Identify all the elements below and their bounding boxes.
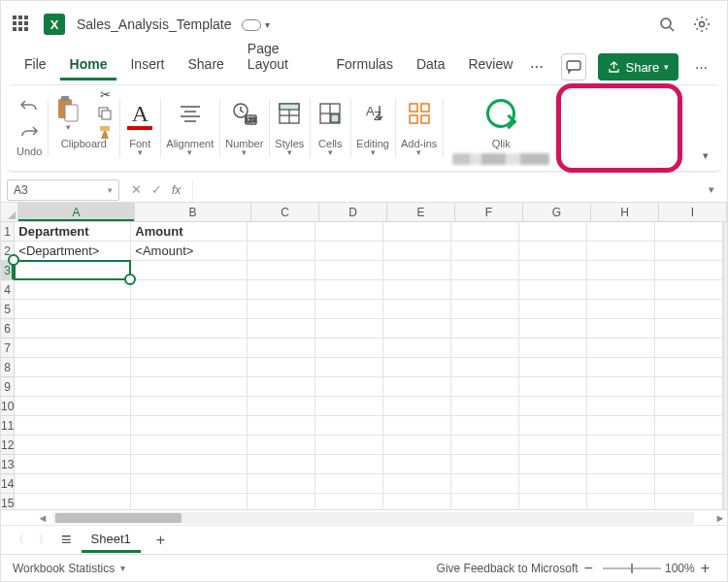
menu-more[interactable]: ⋯	[526, 53, 547, 81]
addins-menu-chevron[interactable]: ▾	[416, 147, 421, 157]
cell[interactable]	[519, 436, 587, 455]
col-header-h[interactable]: H	[591, 203, 659, 221]
cell[interactable]	[519, 242, 587, 261]
col-header-a[interactable]: A	[18, 203, 135, 221]
cell[interactable]	[519, 377, 587, 397]
copy-button[interactable]	[96, 106, 114, 121]
cell[interactable]	[451, 339, 519, 358]
saved-cloud-icon[interactable]	[242, 18, 259, 30]
formula-input[interactable]	[192, 179, 702, 201]
col-header-i[interactable]: I	[659, 203, 727, 221]
row-header[interactable]: 7	[1, 339, 14, 358]
cell[interactable]	[451, 436, 519, 455]
qlik-icon[interactable]	[486, 99, 515, 128]
cell[interactable]	[587, 436, 655, 455]
cell[interactable]	[131, 416, 248, 436]
cell[interactable]	[248, 280, 315, 300]
cell[interactable]	[655, 494, 723, 509]
cell-b2[interactable]: <Amount>	[131, 242, 248, 261]
cell[interactable]	[451, 397, 519, 416]
cell[interactable]	[655, 358, 723, 377]
cell[interactable]	[451, 416, 519, 436]
cell[interactable]	[131, 319, 248, 339]
cells-menu-chevron[interactable]: ▾	[328, 147, 333, 157]
stats-chevron[interactable]: ▾	[120, 563, 125, 573]
addins-button[interactable]	[405, 99, 434, 128]
cell[interactable]	[587, 416, 655, 436]
menu-data[interactable]: Data	[407, 50, 455, 81]
cell[interactable]	[315, 416, 383, 436]
cell[interactable]	[587, 339, 655, 358]
fx-icon[interactable]: fx	[172, 183, 181, 197]
col-header-f[interactable]: F	[455, 203, 523, 221]
cell[interactable]	[587, 358, 655, 377]
cell[interactable]	[315, 319, 383, 339]
cell[interactable]	[383, 319, 451, 339]
zoom-in-button[interactable]: +	[695, 560, 715, 577]
cell[interactable]	[655, 300, 723, 319]
cell[interactable]	[519, 397, 587, 416]
col-header-g[interactable]: G	[523, 203, 591, 221]
cell[interactable]	[131, 339, 248, 358]
ribbon-collapse-chevron[interactable]: ▾	[696, 146, 715, 165]
cell[interactable]	[383, 280, 451, 300]
sheet-next-button[interactable]: 〉	[36, 532, 51, 548]
cell[interactable]	[451, 319, 519, 339]
hscroll-right-arrow[interactable]: ►	[713, 512, 727, 524]
font-button[interactable]: A	[125, 99, 154, 128]
cell-b1[interactable]: Amount	[131, 222, 248, 242]
col-header-d[interactable]: D	[319, 203, 387, 221]
row-header[interactable]: 10	[1, 397, 14, 416]
cell[interactable]	[587, 242, 655, 261]
cell[interactable]	[131, 280, 248, 300]
cell[interactable]	[131, 358, 248, 377]
cell[interactable]	[248, 222, 315, 242]
comments-button[interactable]	[561, 53, 586, 81]
cell[interactable]	[519, 261, 587, 280]
cell[interactable]	[315, 455, 383, 474]
cell[interactable]	[248, 377, 315, 397]
cell[interactable]	[131, 261, 248, 280]
hscroll-left-arrow[interactable]: ◄	[36, 512, 50, 524]
cell[interactable]	[248, 300, 315, 319]
cell[interactable]	[248, 474, 315, 494]
cell[interactable]	[383, 242, 451, 261]
row-header[interactable]: 1	[1, 222, 14, 242]
share-button[interactable]: Share ▾	[598, 53, 678, 81]
cell[interactable]	[519, 416, 587, 436]
cell[interactable]	[383, 416, 451, 436]
cancel-formula-icon[interactable]: ✕	[131, 182, 142, 197]
menu-page-layout[interactable]: Page Layout	[238, 35, 323, 81]
number-button[interactable]: 123	[230, 99, 259, 128]
app-launcher-icon[interactable]	[13, 16, 30, 33]
cell[interactable]	[383, 339, 451, 358]
cell[interactable]	[587, 222, 655, 242]
cell[interactable]	[655, 222, 723, 242]
cell[interactable]	[519, 455, 587, 474]
font-menu-chevron[interactable]: ▾	[138, 147, 143, 157]
cell[interactable]	[131, 377, 248, 397]
zoom-out-button[interactable]: −	[579, 560, 599, 577]
cell[interactable]	[519, 300, 587, 319]
all-sheets-button[interactable]: ≡	[61, 530, 72, 550]
cell[interactable]	[383, 300, 451, 319]
cell[interactable]	[519, 358, 587, 377]
editing-menu-chevron[interactable]: ▾	[371, 147, 376, 157]
row-header[interactable]: 9	[1, 377, 14, 397]
sheet-prev-button[interactable]: 〈	[11, 532, 26, 548]
row-header[interactable]: 14	[1, 474, 14, 494]
menu-formulas[interactable]: Formulas	[327, 50, 403, 81]
cell[interactable]	[451, 261, 519, 280]
cell[interactable]	[655, 339, 723, 358]
cell[interactable]	[315, 436, 383, 455]
cells-button[interactable]	[315, 99, 345, 128]
cell[interactable]	[248, 455, 315, 474]
cell[interactable]	[519, 319, 587, 339]
row-header[interactable]: 6	[1, 319, 14, 339]
cell[interactable]	[315, 377, 383, 397]
cell[interactable]	[248, 436, 315, 455]
formula-bar-expand[interactable]: ▾	[702, 183, 721, 196]
cell[interactable]	[131, 300, 248, 319]
cell[interactable]	[655, 455, 723, 474]
cell[interactable]	[451, 455, 519, 474]
